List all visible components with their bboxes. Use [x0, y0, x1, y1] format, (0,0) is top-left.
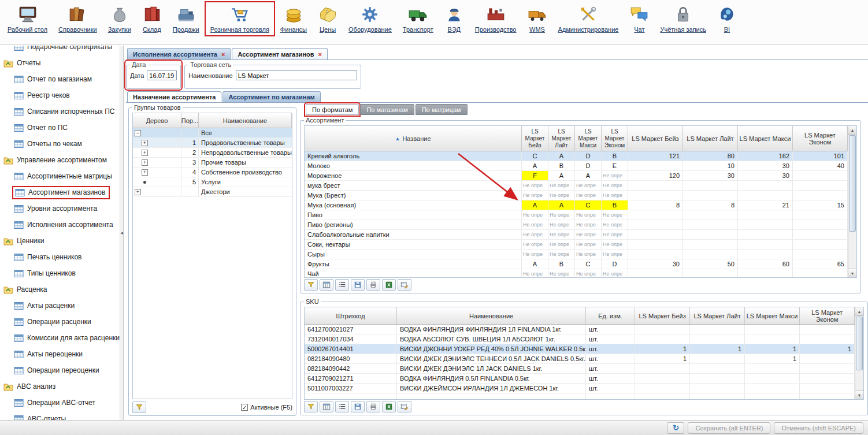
assortment-value-cell[interactable] [793, 171, 848, 180]
assortment-value-cell[interactable] [683, 240, 738, 249]
sidebar-item[interactable]: Ценники [0, 233, 120, 249]
sku-value-cell[interactable] [800, 393, 855, 399]
tab-po-magazinam[interactable]: По магазинам [360, 104, 414, 115]
cancel-button[interactable]: Отменить (shift ESCAPE) [774, 422, 863, 434]
excel-button[interactable] [382, 279, 396, 291]
assortment-row[interactable]: Мука (Брест)Не опреНе опреНе опреНе опре [305, 191, 848, 200]
toolbar-item[interactable]: Чат [625, 3, 653, 35]
sku-value-cell[interactable] [690, 334, 745, 344]
assortment-letter-cell[interactable]: D [602, 259, 628, 269]
column-header-name[interactable]: Наименование [199, 113, 292, 128]
assortment-letter-cell[interactable]: C [575, 259, 602, 269]
sku-column-header[interactable]: Штрихкод [305, 307, 397, 324]
assortment-value-cell[interactable] [628, 191, 683, 200]
assortment-letter-cell[interactable]: A [522, 161, 548, 170]
active-checkbox[interactable]: ✓ Активные (F5) [241, 404, 292, 411]
assortment-value-cell[interactable] [628, 269, 683, 277]
assortment-value-cell[interactable] [683, 250, 738, 259]
excel-button[interactable] [382, 401, 396, 412]
assortment-letter-cell[interactable]: Не опре [602, 250, 628, 259]
assortment-value-cell[interactable] [793, 250, 848, 259]
group-tree-cell[interactable]: + [133, 168, 181, 177]
sku-value-cell[interactable] [800, 374, 855, 383]
assortment-letter-cell[interactable]: Не опре [575, 181, 602, 190]
assortment-value-cell[interactable] [628, 210, 683, 220]
sidebar-item[interactable]: Реестр чеков [0, 87, 120, 103]
assortment-value-cell[interactable] [793, 240, 848, 249]
expand-icon[interactable]: + [142, 169, 148, 176]
sku-value-cell[interactable]: 1 [690, 344, 745, 354]
assortment-row[interactable]: ЧайНе опреНе опреНе опреНе опре [305, 269, 848, 277]
sku-column-header[interactable]: Ед. изм. [586, 307, 635, 324]
assortment-value-cell[interactable] [628, 240, 683, 249]
sku-value-cell[interactable] [745, 325, 800, 334]
assortment-letter-cell[interactable]: Не опре [522, 230, 548, 239]
sidebar-item[interactable]: Комиссии для акта расценки [0, 330, 120, 346]
assortment-letter-cell[interactable]: Не опре [548, 191, 575, 200]
group-tree-cell[interactable]: + [133, 148, 181, 157]
sku-value-cell[interactable] [800, 384, 855, 393]
assortment-value-cell[interactable] [628, 181, 683, 190]
sku-value-cell[interactable] [635, 325, 690, 334]
sku-value-cell[interactable]: 1 [635, 344, 690, 354]
tab-ispolneniya-assortimenta[interactable]: Исполнения ассортимента × [127, 48, 231, 60]
assortment-value-cell[interactable]: 162 [738, 151, 793, 161]
assortment-letter-cell[interactable]: C [522, 151, 548, 161]
assortment-value-cell[interactable] [738, 250, 793, 259]
assortment-letter-cell[interactable]: Не опре [522, 269, 548, 277]
assortment-letter-cell[interactable]: Не опре [575, 191, 602, 200]
sku-row[interactable]: 5000267014401ВИСКИ ДЖОННИ УОКЕР РЕД 40% … [305, 344, 855, 354]
tab-assortiment-po-magazinam[interactable]: Ассортимент по магазинам [222, 91, 320, 102]
assortment-value-column-header[interactable]: LS Маркет Макси [738, 126, 793, 151]
sku-row[interactable]: 5011007003227ВИСКИ ДЖЕЙМСОН ИРЛАНДИЯ 1Л … [305, 384, 855, 393]
assortment-letter-cell[interactable]: Не опре [575, 269, 602, 277]
grid-edit-button[interactable] [398, 401, 411, 412]
assortment-value-column-header[interactable]: LS Маркет Эконом [793, 126, 848, 151]
scroll-down-icon[interactable]: ▼ [855, 391, 863, 399]
toolbar-item[interactable]: WMS [524, 3, 551, 35]
list-button[interactable] [335, 279, 349, 291]
assortment-value-cell[interactable] [683, 181, 738, 190]
assortment-letter-cell[interactable]: Не опре [602, 210, 628, 220]
sidebar-item[interactable]: Расценка [0, 281, 120, 298]
assortment-letter-cell[interactable]: Не опре [575, 250, 602, 259]
save-button[interactable]: Сохранить (alt ENTER) [688, 422, 770, 434]
assortment-value-cell[interactable]: 120 [628, 171, 683, 180]
assortment-row[interactable]: Крепкий алкогольCADB12180162101 [305, 151, 848, 161]
assortment-value-cell[interactable] [628, 250, 683, 259]
assortment-value-cell[interactable] [683, 191, 738, 200]
sku-value-cell[interactable] [690, 364, 745, 373]
assortment-letter-cell[interactable]: Не опре [602, 230, 628, 239]
toolbar-item[interactable]: Рабочий стол [3, 3, 51, 35]
toolbar-item[interactable]: Транспорт [399, 3, 437, 35]
assortment-value-cell[interactable] [738, 220, 793, 229]
columns-button[interactable] [320, 401, 333, 412]
sku-value-cell[interactable] [690, 384, 745, 393]
assortment-row[interactable]: СырыНе опреНе опреНе опреНе опре [305, 250, 848, 259]
sku-value-cell[interactable] [635, 374, 690, 383]
assortment-letter-cell[interactable]: C [575, 200, 602, 210]
sidebar-item[interactable]: Подарочные сертификаты [0, 46, 120, 55]
toolbar-item[interactable]: Производство [471, 3, 521, 35]
assortment-letter-cell[interactable]: Не опре [575, 240, 602, 249]
assortment-value-cell[interactable] [738, 181, 793, 190]
assortment-value-column-header[interactable]: LS Маркет Бейз [628, 126, 683, 151]
assortment-letter-column-header[interactable]: LS Маркет Бейз [522, 126, 548, 151]
expand-icon[interactable]: + [142, 140, 148, 146]
sidebar-item[interactable]: Отчеты [0, 55, 120, 71]
assortment-scrollbar[interactable]: ▲ ▼ [848, 126, 856, 277]
assortment-value-cell[interactable]: 21 [738, 200, 793, 210]
assortment-value-cell[interactable] [628, 220, 683, 229]
assortment-value-cell[interactable]: 15 [793, 200, 848, 210]
assortment-value-cell[interactable]: 30 [738, 161, 793, 170]
group-row[interactable]: +Джестори [133, 187, 292, 197]
sku-column-header[interactable]: LS Маркет Эконом [800, 307, 855, 324]
assortment-letter-cell[interactable]: A [522, 200, 548, 210]
sidebar-item[interactable]: Отчет по ПС [0, 120, 120, 136]
sku-row[interactable]: 7312040017034ВОДКА АБСОЛЮТ СУВ. ШВЕЦИЯ 1… [305, 334, 855, 344]
tab-po-matricam[interactable]: По матрицам [416, 104, 468, 115]
assortment-value-cell[interactable]: 40 [793, 161, 848, 170]
sku-value-cell[interactable] [745, 334, 800, 344]
assortment-row[interactable]: Соки, нектарыНе опреНе опреНе опреНе опр… [305, 240, 848, 250]
sidebar-item[interactable]: Управление ассортиментом [0, 152, 120, 168]
